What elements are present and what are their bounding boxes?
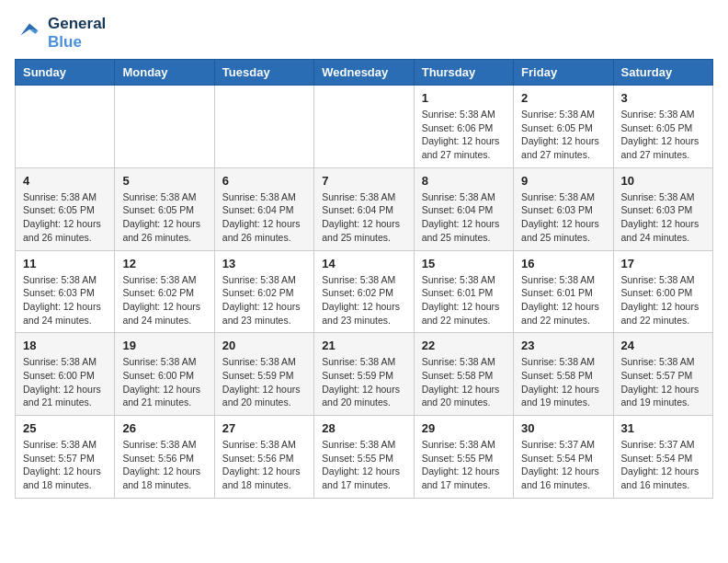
calendar-cell: 26Sunrise: 5:38 AM Sunset: 5:56 PM Dayli…	[115, 416, 214, 499]
calendar-header-row: SundayMondayTuesdayWednesdayThursdayFrid…	[16, 60, 713, 86]
day-number: 7	[322, 174, 405, 188]
calendar-cell: 18Sunrise: 5:38 AM Sunset: 6:00 PM Dayli…	[16, 333, 115, 416]
logo-icon	[15, 20, 44, 46]
calendar-cell: 2Sunrise: 5:38 AM Sunset: 6:05 PM Daylig…	[514, 86, 613, 168]
day-number: 20	[222, 339, 306, 352]
day-info: Sunrise: 5:38 AM Sunset: 6:02 PM Dayligh…	[322, 273, 405, 327]
calendar-cell: 28Sunrise: 5:38 AM Sunset: 5:55 PM Dayli…	[314, 416, 414, 499]
header-sunday: Sunday	[16, 60, 115, 86]
day-info: Sunrise: 5:38 AM Sunset: 6:05 PM Dayligh…	[621, 108, 705, 162]
day-number: 23	[521, 339, 605, 352]
day-info: Sunrise: 5:38 AM Sunset: 6:04 PM Dayligh…	[222, 190, 306, 245]
day-info: Sunrise: 5:38 AM Sunset: 5:58 PM Dayligh…	[422, 355, 506, 409]
day-number: 28	[322, 421, 405, 435]
calendar-cell: 29Sunrise: 5:38 AM Sunset: 5:55 PM Dayli…	[414, 416, 513, 499]
calendar-cell: 5Sunrise: 5:38 AM Sunset: 6:05 PM Daylig…	[115, 167, 214, 250]
day-info: Sunrise: 5:38 AM Sunset: 6:05 PM Dayligh…	[521, 108, 605, 162]
day-number: 3	[621, 91, 705, 105]
day-number: 22	[422, 339, 506, 352]
day-info: Sunrise: 5:38 AM Sunset: 6:02 PM Dayligh…	[122, 273, 206, 327]
day-number: 29	[422, 421, 506, 435]
day-info: Sunrise: 5:38 AM Sunset: 5:55 PM Dayligh…	[322, 438, 405, 492]
calendar-week-row: 25Sunrise: 5:38 AM Sunset: 5:57 PM Dayli…	[16, 416, 713, 499]
calendar-cell: 10Sunrise: 5:38 AM Sunset: 6:03 PM Dayli…	[613, 167, 712, 250]
day-number: 13	[222, 257, 306, 270]
day-info: Sunrise: 5:38 AM Sunset: 6:05 PM Dayligh…	[122, 190, 206, 245]
calendar-cell: 11Sunrise: 5:38 AM Sunset: 6:03 PM Dayli…	[16, 250, 115, 333]
calendar-cell: 16Sunrise: 5:38 AM Sunset: 6:01 PM Dayli…	[514, 250, 613, 333]
calendar-cell: 20Sunrise: 5:38 AM Sunset: 5:59 PM Dayli…	[214, 333, 313, 416]
day-info: Sunrise: 5:38 AM Sunset: 6:03 PM Dayligh…	[621, 190, 705, 245]
day-info: Sunrise: 5:38 AM Sunset: 6:01 PM Dayligh…	[422, 273, 506, 327]
day-info: Sunrise: 5:38 AM Sunset: 5:55 PM Dayligh…	[422, 438, 506, 492]
day-number: 16	[521, 257, 605, 270]
calendar-cell	[314, 86, 414, 168]
day-info: Sunrise: 5:38 AM Sunset: 5:56 PM Dayligh…	[122, 438, 206, 492]
calendar-week-row: 18Sunrise: 5:38 AM Sunset: 6:00 PM Dayli…	[16, 333, 713, 416]
calendar-cell: 7Sunrise: 5:38 AM Sunset: 6:04 PM Daylig…	[314, 167, 414, 250]
calendar-cell: 22Sunrise: 5:38 AM Sunset: 5:58 PM Dayli…	[414, 333, 513, 416]
day-number: 26	[122, 421, 206, 435]
day-info: Sunrise: 5:38 AM Sunset: 5:59 PM Dayligh…	[322, 355, 405, 409]
day-info: Sunrise: 5:38 AM Sunset: 5:57 PM Dayligh…	[23, 438, 107, 492]
day-info: Sunrise: 5:38 AM Sunset: 5:58 PM Dayligh…	[521, 355, 605, 409]
logo-text: General Blue	[48, 15, 106, 52]
day-number: 14	[322, 257, 405, 270]
calendar-cell: 24Sunrise: 5:38 AM Sunset: 5:57 PM Dayli…	[613, 333, 712, 416]
day-number: 1	[422, 91, 506, 105]
day-info: Sunrise: 5:38 AM Sunset: 6:01 PM Dayligh…	[521, 273, 605, 327]
day-number: 8	[422, 174, 506, 188]
day-number: 19	[122, 339, 206, 352]
calendar-table: SundayMondayTuesdayWednesdayThursdayFrid…	[15, 59, 713, 499]
calendar-cell: 8Sunrise: 5:38 AM Sunset: 6:04 PM Daylig…	[414, 167, 513, 250]
header-saturday: Saturday	[613, 60, 712, 86]
day-info: Sunrise: 5:38 AM Sunset: 6:04 PM Dayligh…	[422, 190, 506, 245]
day-info: Sunrise: 5:38 AM Sunset: 6:00 PM Dayligh…	[23, 355, 107, 409]
day-info: Sunrise: 5:37 AM Sunset: 5:54 PM Dayligh…	[521, 438, 605, 492]
day-info: Sunrise: 5:38 AM Sunset: 6:05 PM Dayligh…	[23, 190, 107, 245]
day-number: 2	[521, 91, 605, 105]
day-info: Sunrise: 5:38 AM Sunset: 6:03 PM Dayligh…	[23, 273, 107, 327]
calendar-cell: 9Sunrise: 5:38 AM Sunset: 6:03 PM Daylig…	[514, 167, 613, 250]
day-number: 11	[23, 257, 107, 270]
calendar-week-row: 11Sunrise: 5:38 AM Sunset: 6:03 PM Dayli…	[16, 250, 713, 333]
calendar-cell: 27Sunrise: 5:38 AM Sunset: 5:56 PM Dayli…	[214, 416, 313, 499]
calendar-cell: 14Sunrise: 5:38 AM Sunset: 6:02 PM Dayli…	[314, 250, 414, 333]
page-header: General Blue	[15, 15, 713, 52]
day-info: Sunrise: 5:38 AM Sunset: 6:00 PM Dayligh…	[122, 355, 206, 409]
calendar-week-row: 1Sunrise: 5:38 AM Sunset: 6:06 PM Daylig…	[16, 86, 713, 168]
calendar-cell: 15Sunrise: 5:38 AM Sunset: 6:01 PM Dayli…	[414, 250, 513, 333]
day-info: Sunrise: 5:38 AM Sunset: 5:56 PM Dayligh…	[222, 438, 306, 492]
day-info: Sunrise: 5:38 AM Sunset: 6:00 PM Dayligh…	[621, 273, 705, 327]
calendar-cell: 6Sunrise: 5:38 AM Sunset: 6:04 PM Daylig…	[214, 167, 313, 250]
day-number: 31	[621, 421, 705, 435]
day-info: Sunrise: 5:38 AM Sunset: 5:59 PM Dayligh…	[222, 355, 306, 409]
calendar-cell: 13Sunrise: 5:38 AM Sunset: 6:02 PM Dayli…	[214, 250, 313, 333]
day-info: Sunrise: 5:37 AM Sunset: 5:54 PM Dayligh…	[621, 438, 705, 492]
day-number: 10	[621, 174, 705, 188]
calendar-cell: 23Sunrise: 5:38 AM Sunset: 5:58 PM Dayli…	[514, 333, 613, 416]
day-info: Sunrise: 5:38 AM Sunset: 5:57 PM Dayligh…	[621, 355, 705, 409]
calendar-cell	[16, 86, 115, 168]
header-friday: Friday	[514, 60, 613, 86]
day-info: Sunrise: 5:38 AM Sunset: 6:02 PM Dayligh…	[222, 273, 306, 327]
day-number: 18	[23, 339, 107, 352]
day-number: 15	[422, 257, 506, 270]
day-number: 9	[521, 174, 605, 188]
day-number: 27	[222, 421, 306, 435]
calendar-week-row: 4Sunrise: 5:38 AM Sunset: 6:05 PM Daylig…	[16, 167, 713, 250]
calendar-cell: 31Sunrise: 5:37 AM Sunset: 5:54 PM Dayli…	[613, 416, 712, 499]
calendar-cell	[214, 86, 313, 168]
header-wednesday: Wednesday	[314, 60, 414, 86]
day-number: 25	[23, 421, 107, 435]
calendar-cell: 12Sunrise: 5:38 AM Sunset: 6:02 PM Dayli…	[115, 250, 214, 333]
calendar-cell: 17Sunrise: 5:38 AM Sunset: 6:00 PM Dayli…	[613, 250, 712, 333]
calendar-cell: 30Sunrise: 5:37 AM Sunset: 5:54 PM Dayli…	[514, 416, 613, 499]
day-number: 24	[621, 339, 705, 352]
day-number: 21	[322, 339, 405, 352]
calendar-cell: 1Sunrise: 5:38 AM Sunset: 6:06 PM Daylig…	[414, 86, 513, 168]
day-info: Sunrise: 5:38 AM Sunset: 6:03 PM Dayligh…	[521, 190, 605, 245]
day-info: Sunrise: 5:38 AM Sunset: 6:04 PM Dayligh…	[322, 190, 405, 245]
day-number: 5	[122, 174, 206, 188]
day-number: 4	[23, 174, 107, 188]
